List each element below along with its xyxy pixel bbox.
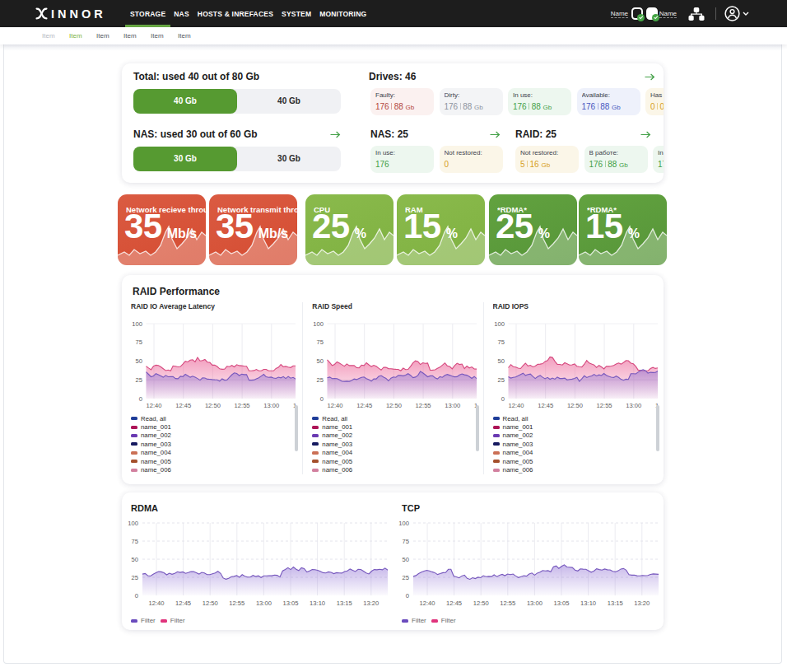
svg-text:12:55: 12:55 [416, 402, 431, 409]
svg-text:25: 25 [136, 376, 142, 384]
svg-text:0: 0 [135, 592, 138, 600]
svg-text:13:00: 13:00 [626, 402, 641, 409]
svg-text:50: 50 [317, 357, 324, 365]
svg-text:12:45: 12:45 [356, 402, 372, 409]
svg-text:75: 75 [497, 338, 504, 346]
svg-text:12:45: 12:45 [175, 600, 191, 607]
svg-text:12:50: 12:50 [386, 402, 402, 409]
svg-text:13:00: 13:00 [256, 600, 272, 607]
svg-text:100: 100 [128, 520, 138, 527]
svg-text:12:40: 12:40 [419, 600, 435, 607]
svg-text:13:20: 13:20 [634, 600, 650, 607]
svg-text:50: 50 [497, 357, 504, 365]
svg-text:13:20: 13:20 [363, 600, 379, 607]
svg-text:50: 50 [403, 556, 409, 563]
svg-text:13:00: 13:00 [263, 402, 279, 409]
svg-text:12:50: 12:50 [205, 402, 221, 409]
svg-text:100: 100 [314, 320, 324, 328]
svg-text:12:50: 12:50 [473, 600, 489, 607]
svg-text:0: 0 [320, 395, 324, 403]
svg-text:100: 100 [494, 320, 505, 328]
svg-text:13:05: 13:05 [282, 600, 298, 607]
svg-text:13:15: 13:15 [608, 600, 623, 607]
svg-text:12:45: 12:45 [175, 402, 191, 409]
svg-text:12:45: 12:45 [538, 402, 553, 409]
svg-text:12:50: 12:50 [566, 402, 582, 409]
svg-text:50: 50 [136, 357, 142, 365]
svg-text:75: 75 [317, 338, 324, 346]
svg-text:12:40: 12:40 [148, 600, 164, 607]
svg-text:13:10: 13:10 [580, 600, 596, 607]
svg-text:75: 75 [132, 538, 138, 545]
svg-text:75: 75 [403, 538, 409, 545]
svg-text:50: 50 [132, 556, 138, 563]
svg-text:0: 0 [139, 395, 142, 403]
svg-text:12:50: 12:50 [203, 600, 218, 607]
svg-text:13:05: 13:05 [553, 600, 569, 607]
svg-text:13:00: 13:00 [527, 600, 543, 607]
svg-text:13:15: 13:15 [337, 600, 352, 607]
svg-text:25: 25 [497, 376, 504, 384]
svg-text:12:40: 12:40 [328, 402, 343, 409]
svg-text:13:00: 13:00 [445, 402, 461, 409]
svg-text:12:40: 12:40 [508, 402, 524, 409]
svg-text:25: 25 [317, 376, 324, 384]
svg-text:0: 0 [406, 592, 409, 600]
svg-text:25: 25 [132, 574, 138, 581]
svg-text:12:55: 12:55 [500, 600, 515, 607]
svg-text:12:55: 12:55 [596, 402, 612, 409]
svg-text:25: 25 [403, 574, 409, 581]
svg-text:13:10: 13:10 [310, 600, 325, 607]
svg-text:12:55: 12:55 [235, 402, 250, 409]
svg-text:75: 75 [136, 338, 142, 346]
svg-text:12:45: 12:45 [446, 600, 462, 607]
svg-text:12:55: 12:55 [229, 600, 244, 607]
svg-text:100: 100 [132, 320, 142, 328]
svg-text:100: 100 [398, 520, 409, 527]
svg-text:0: 0 [501, 395, 504, 403]
svg-text:12:40: 12:40 [146, 402, 161, 409]
